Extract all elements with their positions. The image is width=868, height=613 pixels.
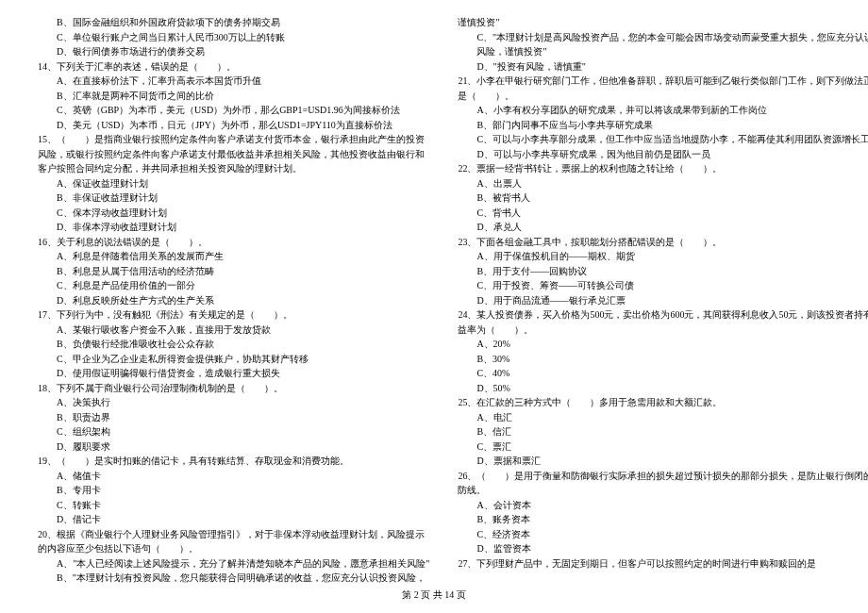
option-line: A、20% [458,337,868,352]
option-line: D、美元（USD）为本币，日元（JPY）为外币，那么USD1=JPY110为直接… [38,118,429,133]
option-line: B、负债银行经批准吸收社会公众存款 [38,337,429,352]
option-line: D、履职要求 [38,439,429,455]
option-line: A、用于保值投机目的——期权、期货 [458,249,868,264]
option-line: B、30% [458,352,868,367]
option-line: B、部门内同事不应当与小李共享研究成果 [458,118,868,133]
option-line: C、经济资本 [458,527,868,542]
option-line: B、用于支付——回购协议 [458,264,868,279]
option-line: D、50% [458,381,868,396]
question-line: 15、（ ）是指商业银行按照约定条件向客户承诺支付货币本金，银行承担由此产生的投… [38,132,429,176]
question-line: 24、某人投资债券，买入价格为500元，卖出价格为600元，其间获得利息收入50… [458,307,868,337]
question-line: 16、关于利息的说法错误的是（ ）。 [38,235,429,250]
question-line: 18、下列不属于商业银行公司治理制衡机制的是（ ）。 [38,381,429,396]
option-line: C、利息是产品使用价值的一部分 [38,278,429,293]
option-line: C、用于投资、筹资——可转换公司债 [458,278,868,293]
question-line: 17、下列行为中，没有触犯《刑法》有关规定的是（ ）。 [38,307,429,323]
option-line: B、信汇 [458,424,868,439]
option-line: A、"本人已经阅读上述风险提示，充分了解并清楚知晓本产品的风险，愿意承担相关风险… [38,556,429,572]
option-line: A、某银行吸收客户资金不入账，直接用于发放贷款 [38,323,429,338]
option-line: C、英镑（GBP）为本币，美元（USD）为外币，那么GBP1=USD1.96为间… [38,103,429,118]
question-line: 21、小李在甲银行研究部门工作，但他准备辞职，辞职后可能到乙银行类似部门工作，则… [458,74,868,103]
option-line: A、保证收益理财计划 [38,176,429,191]
option-line: D、借记卡 [38,512,429,527]
question-line: 25、在汇款的三种方式中（ ）多用于急需用款和大额汇款。 [458,395,868,410]
option-line: B、账务资本 [458,512,868,527]
option-line: D、监管资本 [458,541,868,556]
option-line: B、国际金融组织和外国政府贷款项下的债务掉期交易 [38,15,429,30]
option-line: C、"本理财计划是高风险投资产品，您的本金可能会因市场变动而蒙受重大损失，您应充… [458,30,868,59]
question-line: 19、（ ）是实时扣账的借记卡，具有转账结算、存取现金和消费功能。 [38,454,429,469]
option-line: A、利息是伴随着信用关系的发展而产生 [38,249,429,264]
option-line: D、可以与小李共享研究成果，因为他目前仍是团队一员 [458,147,868,162]
question-line: 26、（ ）是用于衡量和防御银行实际承担的损失超过预计损失的那部分损失，是防止银… [458,469,868,498]
option-line: A、小李有权分享团队的研究成果，并可以将该成果带到新的工作岗位 [458,103,868,118]
option-line: D、"投资有风险，请慎重" [458,59,868,75]
option-line: C、票汇 [458,439,868,455]
option-line: A、决策执行 [38,395,429,410]
option-line: D、银行间债券市场进行的债券交易 [38,44,429,59]
option-line: D、承兑人 [458,220,868,235]
option-line: A、电汇 [458,410,868,425]
option-line: B、被背书人 [458,191,868,206]
option-line: D、利息反映所处生产方式的生产关系 [38,293,429,308]
option-line: D、非保本浮动收益理财计划 [38,220,429,235]
option-line: C、甲企业为乙企业走私所得资金提供账户，协助其财产转移 [38,352,429,367]
option-line: C、组织架构 [38,424,429,439]
option-line: B、非保证收益理财计划 [38,191,429,206]
option-line: C、转账卡 [38,498,429,513]
option-line: B、汇率就是两种不同货币之间的比价 [38,89,429,104]
option-line: A、出票人 [458,176,868,191]
option-line: A、在直接标价法下，汇率升高表示本国货币升值 [38,74,429,89]
option-line: C、可以与小李共享部分成果，但工作中应当适当地提防小李，不能再使其利用团队资源增… [458,132,868,147]
option-line: C、40% [458,366,868,381]
option-line: C、保本浮动收益理财计划 [38,206,429,221]
question-line: 20、根据《商业银行个人理财业务风险管理指引》，对于非保本浮动收益理财计划，风险… [38,527,429,556]
option-line: A、储值卡 [38,469,429,484]
question-line: 27、下列理财产品中，无固定到期日，但客户可以按照约定的时间进行申购和赎回的是 [458,556,868,572]
page-footer: 第 2 页 共 14 页 [0,588,868,602]
option-line: B、"本理财计划有投资风险，您只能获得合同明确承诺的收益，您应充分认识投资风险， [38,571,429,586]
option-line: B、专用卡 [38,483,429,498]
option-line: A、会计资本 [458,498,868,513]
option-line: D、票据和票汇 [458,454,868,469]
option-line: B、利息是从属于信用活动的经济范畴 [38,264,429,279]
option-line: C、单位银行账户之间当日累计人民币300万以上的转账 [38,30,429,45]
option-line: C、背书人 [458,206,868,221]
option-line: D、使用假证明骗得银行借贷资金，造成银行重大损失 [38,366,429,381]
question-line: 谨慎投资" [458,15,868,30]
option-line: B、职责边界 [38,410,429,425]
question-line: 22、票据一经背书转让，票据上的权利也随之转让给（ ）。 [458,161,868,176]
question-line: 14、下列关于汇率的表述，错误的是（ ）。 [38,59,429,75]
question-line: 23、下面各组金融工具中，按职能划分搭配错误的是（ ）。 [458,235,868,250]
option-line: D、用于商品流通——银行承兑汇票 [458,293,868,308]
